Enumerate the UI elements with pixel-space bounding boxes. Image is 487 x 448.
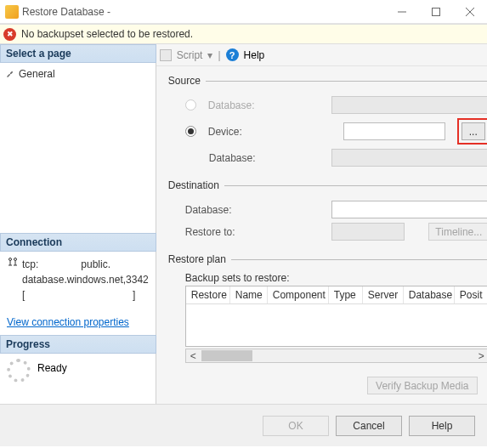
cancel-button[interactable]: Cancel — [336, 416, 402, 436]
source-database-label: Database: — [208, 99, 283, 111]
app-icon — [5, 5, 19, 19]
right-panel: Script ▾ | ? Help Source Database: Devic… — [156, 44, 487, 404]
timeline-button: Timeline... — [428, 223, 487, 241]
source-db2-combo[interactable] — [331, 149, 487, 167]
source-device-label: Device: — [208, 126, 283, 138]
close-button[interactable] — [453, 0, 487, 24]
col-position[interactable]: Posit — [455, 286, 487, 303]
progress-status: Ready — [37, 362, 67, 374]
col-component[interactable]: Component — [268, 286, 329, 303]
svg-rect-1 — [433, 8, 440, 15]
restore-plan-group: Restore plan Backup sets to restore: Res… — [168, 253, 487, 363]
source-group: Source Database: Device: ... — [168, 75, 487, 171]
scroll-thumb[interactable] — [201, 350, 252, 361]
view-connection-properties-link[interactable]: View connection properties — [7, 315, 129, 330]
chevron-down-icon: ▾ — [207, 49, 212, 61]
toolbar: Script ▾ | ? Help — [156, 44, 487, 66]
connection-info: tcp: public. database.windows.net,3342 [… — [0, 252, 156, 335]
help-button-footer[interactable]: Help — [409, 416, 475, 436]
help-button[interactable]: Help — [244, 49, 265, 61]
grid-hscrollbar[interactable]: < > — [185, 349, 487, 363]
error-bar: No backupset selected to be restored. — [0, 24, 487, 44]
select-page-header: Select a page — [0, 44, 156, 63]
ok-button: OK — [263, 416, 329, 436]
page-item-label: General — [19, 68, 55, 80]
scroll-left-icon[interactable]: < — [186, 349, 201, 362]
help-icon: ? — [226, 48, 239, 61]
scroll-right-icon[interactable]: > — [474, 349, 487, 362]
col-restore[interactable]: Restore — [186, 286, 230, 303]
server-icon — [7, 257, 19, 303]
browse-device-button[interactable]: ... — [462, 122, 485, 140]
maximize-button[interactable] — [419, 0, 453, 24]
connection-line: database.windows.net,3342 — [22, 272, 149, 287]
title-bar: Restore Database - — [0, 0, 487, 24]
col-database[interactable]: Database — [404, 286, 455, 303]
dialog-footer: OK Cancel Help — [0, 404, 487, 446]
col-type[interactable]: Type — [329, 286, 363, 303]
connection-line: [ ] — [22, 287, 149, 303]
source-database-combo — [331, 96, 487, 114]
dest-database-combo[interactable] — [331, 201, 487, 218]
page-list: General — [0, 63, 156, 233]
dest-database-label: Database: — [185, 204, 260, 216]
source-database-radio — [185, 99, 196, 111]
window-title: Restore Database - — [19, 6, 385, 18]
source-db2-label: Database: — [209, 152, 284, 164]
grid-header: Restore Name Component Type Server Datab… — [186, 286, 487, 304]
backup-sets-label: Backup sets to restore: — [185, 272, 487, 284]
minimize-button[interactable] — [385, 0, 419, 24]
destination-legend: Destination — [168, 179, 224, 191]
progress-header: Progress — [0, 335, 156, 354]
destination-group: Destination Database: Restore to: Timeli… — [168, 179, 487, 245]
backup-sets-grid[interactable]: Restore Name Component Type Server Datab… — [185, 286, 487, 347]
col-server[interactable]: Server — [363, 286, 404, 303]
error-message: No backupset selected to be restored. — [21, 28, 193, 40]
script-icon — [160, 49, 172, 61]
left-panel: Select a page General Connection tcp: pu… — [0, 44, 156, 404]
source-legend: Source — [168, 75, 206, 87]
svg-point-4 — [9, 258, 12, 261]
svg-point-5 — [14, 258, 17, 261]
col-name[interactable]: Name — [230, 286, 268, 303]
wrench-icon — [5, 69, 15, 79]
verify-backup-media-button: Verify Backup Media — [367, 377, 478, 394]
restore-to-input — [331, 223, 405, 241]
page-item-general[interactable]: General — [5, 66, 150, 82]
device-path-input[interactable] — [343, 122, 445, 140]
connection-line: tcp: public. — [22, 257, 149, 272]
progress-box: Ready — [0, 354, 156, 404]
connection-header: Connection — [0, 233, 156, 252]
browse-highlight: ... — [457, 118, 487, 145]
progress-spinner-icon — [7, 359, 31, 383]
restore-plan-legend: Restore plan — [168, 253, 231, 265]
source-device-radio[interactable] — [185, 126, 196, 137]
script-dropdown[interactable]: Script — [177, 49, 203, 61]
restore-to-label: Restore to: — [185, 226, 260, 238]
error-icon — [3, 28, 16, 41]
